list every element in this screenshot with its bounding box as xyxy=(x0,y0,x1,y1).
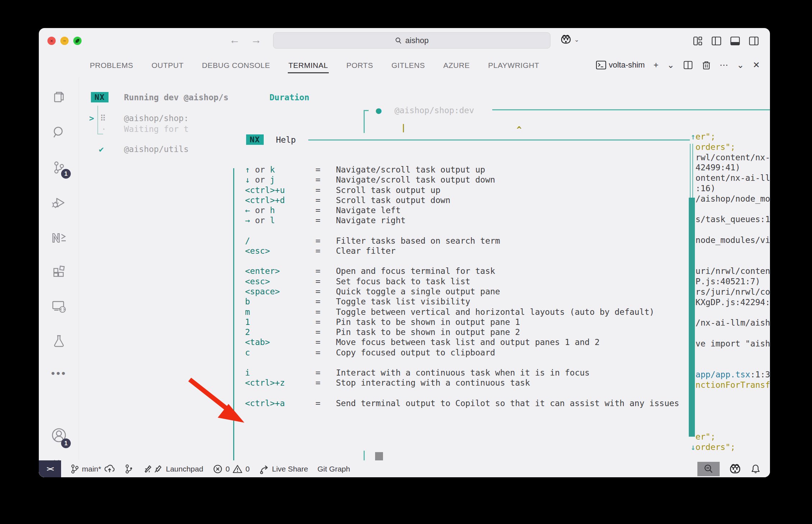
task-running-dot-icon: ● xyxy=(376,105,382,116)
equals-sign: = xyxy=(315,246,336,256)
command-center-search[interactable]: aishop xyxy=(273,32,550,49)
clipped-output-line xyxy=(691,245,770,256)
help-shortcut-row: m=Toggle between vertical and horizontal… xyxy=(245,307,679,317)
zoom-out-button[interactable] xyxy=(697,462,720,476)
remote-indicator[interactable]: >< xyxy=(39,460,61,477)
sidebar-item-extensions[interactable] xyxy=(39,259,79,284)
panel-tabs: PROBLEMSOUTPUTDEBUG CONSOLETERMINALPORTS… xyxy=(79,56,540,74)
help-shortcut-row: ↑ or k=Navigate/scroll task output up xyxy=(245,165,679,175)
sidebar-item-nx-console[interactable] xyxy=(39,225,79,250)
panel-tab-playwright[interactable]: PLAYWRIGHT xyxy=(487,56,540,74)
clipped-output-line: app/app.tsx:1:37 xyxy=(691,369,770,380)
terminal-dropdown-chevron[interactable]: ⌄ xyxy=(667,60,674,70)
panel-tab-problems[interactable]: PROBLEMS xyxy=(89,56,134,74)
clipped-output-line: ↑er"; xyxy=(691,132,770,142)
panel-more-actions-icon[interactable]: ⋯ xyxy=(720,60,728,70)
shortcut-key: → or l xyxy=(245,215,315,225)
help-shortcut-row: i=Interact with a continuous task when i… xyxy=(245,368,679,378)
clipped-output-line xyxy=(691,421,770,432)
panel-tab-output[interactable]: OUTPUT xyxy=(151,56,184,74)
split-terminal-icon[interactable] xyxy=(683,60,693,70)
clipped-output-line: ontent/nx-ai-llm xyxy=(691,173,770,183)
copilot-status-icon[interactable] xyxy=(729,464,741,474)
clipped-output-line: nctionForTransfo xyxy=(691,380,770,390)
help-shortcut-row: → or l=Navigate right xyxy=(245,215,679,225)
copilot-icon[interactable] xyxy=(560,35,571,45)
equals-sign: = xyxy=(315,317,336,327)
git-graph-label: Git Graph xyxy=(317,465,350,473)
panel-tab-azure[interactable]: AZURE xyxy=(443,56,471,74)
zoom-out-icon xyxy=(703,464,714,474)
right-scrollbar-track2 xyxy=(692,144,693,198)
shortcut-key: 2 xyxy=(245,327,315,337)
task-item-utils[interactable]: @aishop/utils xyxy=(124,144,189,154)
shortcut-key: <ctrl>+u xyxy=(245,185,315,195)
help-shortcut-list: ↑ or k=Navigate/scroll task output up↓ o… xyxy=(245,165,679,418)
close-window-button[interactable]: × xyxy=(47,37,56,45)
panel-close-icon[interactable]: ✕ xyxy=(753,60,760,70)
accounts-icon[interactable]: 1 xyxy=(39,423,79,448)
kill-terminal-trash-icon[interactable] xyxy=(702,60,711,70)
equals-sign: = xyxy=(315,236,336,246)
shortcut-description: Pin task to be shown in output pane 2 xyxy=(336,327,679,337)
more-views-ellipsis-icon[interactable]: ••• xyxy=(39,361,79,386)
nav-back-icon[interactable]: ← xyxy=(229,34,240,46)
new-terminal-button[interactable]: + xyxy=(654,60,659,70)
clipped-output-line: rwl/content/nx-a xyxy=(691,152,770,163)
task-running-spinner-icon: ⠿ xyxy=(100,114,106,123)
terminal-content[interactable]: NX Running dev @aishop/s Duration > ⠿ @a… xyxy=(79,77,770,460)
shortcut-key: c xyxy=(245,348,315,358)
panel-header: PROBLEMSOUTPUTDEBUG CONSOLETERMINALPORTS… xyxy=(79,53,770,77)
toggle-panel-icon[interactable] xyxy=(730,36,741,46)
copilot-menu-chevron-icon[interactable]: ⌄ xyxy=(574,36,579,43)
minimize-window-button[interactable]: − xyxy=(60,37,69,45)
panel-tab-gitlens[interactable]: GITLENS xyxy=(391,56,425,74)
equals-sign: = xyxy=(315,185,336,195)
toggle-primary-sidebar-icon[interactable] xyxy=(711,36,722,46)
accounts-badge: 1 xyxy=(61,438,71,448)
panel-collapse-chevron[interactable]: ⌄ xyxy=(737,60,744,70)
sidebar-item-search[interactable] xyxy=(39,120,79,145)
equals-sign: = xyxy=(315,266,336,276)
help-shortcut-row: 1=Pin task to be shown in output pane 1 xyxy=(245,317,679,327)
sidebar-item-remote-explorer[interactable] xyxy=(39,294,79,319)
error-count: 0 xyxy=(226,465,230,473)
equals-sign: = xyxy=(315,337,336,347)
notifications-bell-icon[interactable] xyxy=(751,464,761,474)
shortcut-key: / xyxy=(245,236,315,246)
clipped-output-line xyxy=(691,401,770,411)
git-graph-item[interactable]: Git Graph xyxy=(317,465,350,473)
live-share-item[interactable]: Live Share xyxy=(259,464,308,474)
help-shortcut-row: b=Toggle task list visibility xyxy=(245,297,679,307)
panel-tab-debug-console[interactable]: DEBUG CONSOLE xyxy=(201,56,271,74)
launchpad-item[interactable]: Launchpad xyxy=(143,464,203,474)
git-branch-item[interactable]: main* xyxy=(70,464,115,474)
clipped-output-line: 42499:41) xyxy=(691,162,770,173)
sidebar-item-explorer[interactable] xyxy=(39,85,79,110)
task-status-dot: · xyxy=(101,124,106,134)
panel-tab-terminal[interactable]: TERMINAL xyxy=(288,56,329,74)
help-top-border xyxy=(308,139,690,141)
clipped-output-line xyxy=(691,359,770,370)
shortcut-description: Quick toggle a single output pane xyxy=(336,286,679,297)
equals-sign: = xyxy=(315,327,336,337)
shortcut-description: Pin task to be shown in output pane 1 xyxy=(336,317,679,327)
equals-sign: = xyxy=(315,205,336,215)
problems-item[interactable]: 0 0 xyxy=(213,464,250,474)
customize-layout-icon[interactable] xyxy=(692,36,703,46)
clipped-output-line: /aishop/node_mod xyxy=(691,194,770,204)
task-item-shop[interactable]: @aishop/shop: xyxy=(124,114,189,123)
nav-forward-icon[interactable]: → xyxy=(251,34,262,46)
zoom-window-button[interactable] xyxy=(73,37,82,45)
commit-graph-item[interactable] xyxy=(124,464,134,474)
sidebar-item-run-debug[interactable] xyxy=(39,190,79,216)
right-scrollbar-thumb[interactable] xyxy=(689,198,695,437)
panel-tab-ports[interactable]: PORTS xyxy=(346,56,374,74)
clipped-output-line xyxy=(691,256,770,266)
sidebar-item-source-control[interactable]: 1 xyxy=(39,155,79,180)
shortcut-description: Navigate/scroll task output down xyxy=(336,175,679,185)
shortcut-key: <esc> xyxy=(245,276,315,286)
toggle-secondary-sidebar-icon[interactable] xyxy=(748,36,759,46)
terminal-instance-label[interactable]: volta-shim xyxy=(609,60,645,70)
sidebar-item-testing[interactable] xyxy=(39,328,79,354)
